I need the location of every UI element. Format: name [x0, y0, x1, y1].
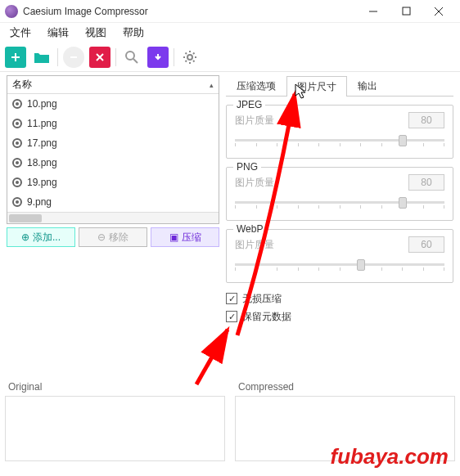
original-label: Original: [0, 379, 230, 394]
add-file-button[interactable]: [5, 47, 26, 68]
menu-edit[interactable]: 编辑: [41, 24, 75, 42]
column-header-name[interactable]: 名称: [12, 78, 32, 92]
jpeg-quality-slider[interactable]: [235, 133, 444, 146]
remove-disabled-button: [63, 47, 84, 68]
webp-quality-value[interactable]: 60: [408, 236, 444, 253]
app-icon: [5, 5, 18, 18]
compress-button[interactable]: ▣压缩: [151, 227, 219, 247]
radio-icon: [12, 138, 22, 148]
jpeg-quality-label: 图片质量: [235, 114, 408, 128]
jpeg-quality-value[interactable]: 80: [408, 112, 444, 128]
file-list[interactable]: 10.png11.png17.png18.png19.png9.png: [7, 94, 219, 212]
png-quality-slider[interactable]: [235, 195, 444, 209]
maximize-button[interactable]: [390, 0, 422, 23]
svg-point-9: [126, 52, 134, 60]
watermark: fubaya.com: [331, 444, 449, 469]
lossless-checkbox[interactable]: ✓无损压缩: [226, 290, 453, 308]
tab-output[interactable]: 输出: [347, 75, 388, 96]
list-item[interactable]: 17.png: [7, 133, 219, 153]
png-quality-label: 图片质量: [235, 176, 408, 190]
png-quality-value[interactable]: 80: [408, 174, 444, 191]
minimize-button[interactable]: [357, 0, 390, 23]
radio-icon: [12, 177, 22, 187]
webp-quality-slider[interactable]: [235, 258, 444, 271]
original-preview: [5, 396, 225, 461]
sort-indicator-icon: ▴: [210, 81, 214, 89]
tab-compress-options[interactable]: 压缩选项: [226, 75, 286, 96]
plus-icon: ⊕: [21, 231, 29, 243]
list-item[interactable]: 10.png: [7, 94, 219, 114]
list-item[interactable]: 18.png: [7, 153, 219, 173]
file-name: 17.png: [27, 137, 57, 149]
search-button[interactable]: [121, 47, 142, 68]
separator: [57, 48, 58, 66]
menu-view[interactable]: 视图: [79, 24, 113, 42]
group-jpeg-title: JPEG: [233, 99, 265, 110]
list-item[interactable]: 9.png: [7, 192, 219, 212]
list-item[interactable]: 19.png: [7, 173, 219, 192]
group-png-title: PNG: [233, 161, 261, 173]
list-item[interactable]: 11.png: [7, 114, 219, 133]
svg-point-11: [187, 55, 192, 60]
export-button[interactable]: [147, 47, 169, 68]
tab-image-size[interactable]: 图片尺寸: [286, 76, 347, 97]
file-name: 19.png: [27, 177, 57, 188]
separator: [115, 48, 116, 66]
webp-quality-label: 图片质量: [235, 238, 408, 252]
add-button[interactable]: ⊕添加...: [7, 227, 75, 247]
compressed-label: Compressed: [230, 379, 460, 394]
delete-button[interactable]: [89, 47, 110, 68]
open-folder-button[interactable]: [31, 47, 52, 68]
svg-line-10: [133, 59, 138, 63]
file-name: 10.png: [27, 98, 57, 110]
remove-button: ⊖移除: [79, 227, 147, 247]
close-button[interactable]: [422, 0, 455, 23]
file-name: 11.png: [27, 118, 57, 129]
separator: [174, 48, 174, 66]
compress-icon: ▣: [169, 231, 178, 243]
horizontal-scrollbar[interactable]: [7, 212, 219, 223]
radio-icon: [12, 99, 22, 109]
minus-icon: ⊖: [97, 231, 106, 243]
radio-icon: [12, 119, 22, 128]
radio-icon: [12, 197, 22, 207]
file-name: 9.png: [27, 196, 52, 208]
window-title: Caesium Image Compressor: [23, 6, 357, 17]
radio-icon: [12, 158, 22, 168]
menu-file[interactable]: 文件: [3, 24, 38, 42]
svg-rect-1: [403, 7, 410, 15]
file-name: 18.png: [27, 157, 57, 168]
settings-button[interactable]: [179, 47, 201, 68]
group-webp-title: WebP: [233, 223, 266, 235]
menu-help[interactable]: 帮助: [116, 24, 151, 42]
metadata-checkbox[interactable]: ✓保留元数据: [226, 308, 453, 326]
